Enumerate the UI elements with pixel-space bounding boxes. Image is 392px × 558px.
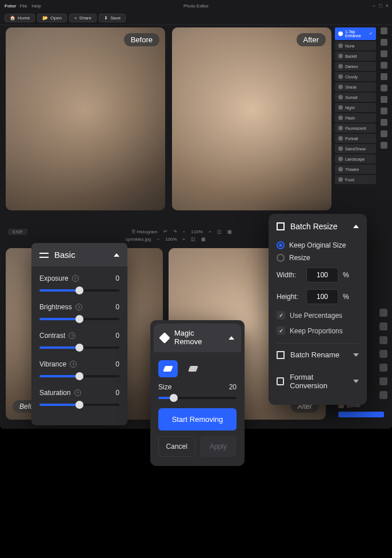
menu-file[interactable]: File: [19, 3, 27, 9]
start-removing-button[interactable]: Start Removing: [158, 408, 237, 431]
radio-icon: [277, 241, 285, 249]
brush-tool-button[interactable]: [158, 360, 178, 377]
info-icon[interactable]: ?: [75, 304, 82, 310]
info-icon[interactable]: ?: [74, 389, 81, 396]
cloudy-icon: [338, 74, 343, 79]
effect-shade[interactable]: Shade: [335, 82, 376, 91]
slider-thumb[interactable]: [75, 286, 83, 294]
effect-theatre[interactable]: Theatre: [335, 165, 376, 174]
effect-flash[interactable]: Flash: [335, 113, 376, 122]
grid-icon[interactable]: ▦: [227, 229, 232, 234]
tool-icon[interactable]: [379, 309, 387, 317]
brightness-slider[interactable]: [39, 318, 119, 320]
exif-button[interactable]: EXIF: [8, 229, 27, 235]
menu-help[interactable]: Help: [31, 3, 41, 9]
cancel-button[interactable]: Cancel: [158, 436, 195, 457]
histogram-toggle[interactable]: ☰ Histogram: [131, 229, 158, 234]
undo-icon[interactable]: ↶: [163, 229, 167, 234]
info-icon[interactable]: ?: [69, 332, 75, 339]
after-image: After: [172, 27, 331, 210]
basic-panel-header[interactable]: Basic: [31, 243, 127, 266]
apply-button[interactable]: Apply: [200, 436, 237, 457]
minimize-icon[interactable]: −: [373, 3, 375, 9]
height-input[interactable]: 100: [306, 289, 338, 304]
slider-thumb[interactable]: [75, 344, 83, 352]
chevron-down-icon: [353, 353, 359, 357]
saturation-slider[interactable]: [39, 404, 119, 406]
layer-active-bar[interactable]: [338, 412, 384, 417]
vibrance-slider[interactable]: [39, 375, 119, 377]
slider-thumb[interactable]: [75, 315, 83, 323]
tool-icon[interactable]: [379, 336, 387, 344]
save-button[interactable]: ⬇ Save: [99, 14, 126, 22]
tool-icon[interactable]: [381, 107, 387, 114]
tool-icon[interactable]: [381, 62, 387, 69]
magic-panel-header[interactable]: MagicRemove: [154, 324, 241, 352]
effect-portrait[interactable]: Portrait: [335, 134, 376, 143]
night-icon: [338, 105, 343, 110]
tool-icon[interactable]: [381, 73, 387, 80]
batch-panel-header[interactable]: Batch Resize: [277, 214, 359, 239]
info-icon[interactable]: ?: [72, 275, 79, 282]
compare-viewport: Before After: [6, 27, 331, 210]
width-input[interactable]: 100: [306, 268, 338, 282]
contrast-slider[interactable]: [39, 346, 119, 349]
grid-icon[interactable]: ▦: [201, 237, 206, 242]
sunset-icon: [338, 95, 343, 99]
tool-icon[interactable]: [381, 39, 387, 46]
tool-icon[interactable]: [381, 50, 387, 57]
tool-icon[interactable]: [379, 350, 387, 358]
effect-backlit[interactable]: Backlit: [335, 51, 376, 61]
tool-icon[interactable]: [381, 130, 387, 137]
effect-landscape[interactable]: Landscape: [335, 154, 376, 164]
resize-radio[interactable]: Resize: [277, 252, 359, 264]
zoom-out-icon[interactable]: −: [157, 237, 159, 242]
home-button[interactable]: 🏠 Home: [5, 14, 35, 22]
tool-icon[interactable]: [379, 322, 387, 330]
tool-icon[interactable]: [381, 85, 387, 91]
tool-icon[interactable]: [381, 142, 387, 149]
tool-icon[interactable]: [381, 27, 387, 34]
adjustment-label: Saturation: [39, 389, 71, 397]
keep-original-radio[interactable]: Keep Original Size: [277, 239, 359, 252]
open-button[interactable]: 📂 Open: [37, 14, 67, 22]
redo-icon[interactable]: ↷: [173, 229, 177, 234]
tool-icon[interactable]: [381, 119, 387, 126]
effect-food[interactable]: Food: [335, 175, 376, 184]
fluorescent-icon: [338, 126, 343, 130]
format-conversion-section[interactable]: Format Conversion: [277, 370, 359, 397]
effect-1tap-enhance[interactable]: 1-Tap Enhance✓: [335, 27, 376, 40]
info-icon[interactable]: ?: [70, 361, 77, 368]
effect-sunset[interactable]: Sunset: [335, 93, 376, 102]
use-percentages-checkbox[interactable]: ✓ Use Percentages: [277, 308, 359, 323]
eraser-tool-button[interactable]: [183, 360, 203, 377]
tool-icon[interactable]: [381, 96, 387, 103]
size-slider[interactable]: [158, 397, 237, 399]
effect-fluorescent[interactable]: Fluorescent: [335, 123, 376, 133]
slider-thumb[interactable]: [170, 394, 178, 402]
compare-icon[interactable]: ◫: [217, 229, 222, 234]
basic-panel-title: Basic: [54, 250, 75, 260]
zoom-out-icon[interactable]: −: [183, 229, 186, 234]
landscape-icon: [338, 157, 343, 161]
effect-none[interactable]: None: [335, 41, 376, 50]
share-button[interactable]: < Share: [69, 14, 97, 22]
slider-thumb[interactable]: [75, 372, 83, 380]
effect-night[interactable]: Night: [335, 103, 376, 112]
batch-rename-section[interactable]: Batch Rename: [277, 343, 359, 366]
file-bar: sprinkles.jpg − 100% + ◫ ▦: [126, 237, 206, 242]
keep-proportions-checkbox[interactable]: ✓ Keep Proportions: [277, 323, 359, 338]
close-icon[interactable]: ×: [386, 3, 389, 9]
effect-sandsnow[interactable]: Sand/Snow: [335, 144, 376, 153]
effect-cloudy[interactable]: Cloudy: [335, 72, 376, 81]
compare-icon[interactable]: ◫: [191, 237, 195, 242]
slider-thumb[interactable]: [75, 401, 83, 409]
adjustment-value: 0: [115, 332, 119, 340]
right-icon-bar: [378, 27, 390, 149]
zoom-in-icon[interactable]: +: [209, 229, 211, 234]
zoom-in-icon[interactable]: +: [183, 237, 186, 242]
maximize-icon[interactable]: □: [379, 3, 382, 9]
exposure-slider[interactable]: [39, 289, 119, 292]
portrait-icon: [338, 136, 343, 141]
effect-darken[interactable]: Darken: [335, 62, 376, 71]
